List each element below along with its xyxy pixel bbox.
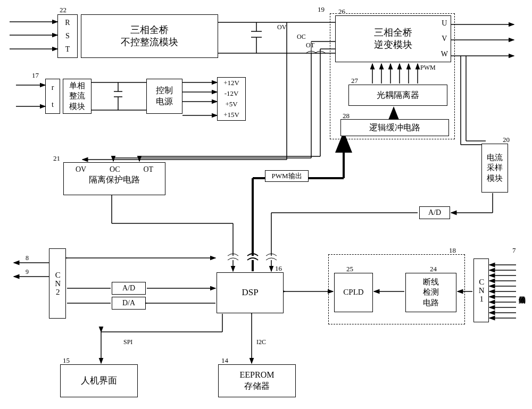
cn2-connector: CN2	[49, 248, 66, 319]
ad-converter-2: A/D	[112, 282, 146, 295]
ot-label: OT	[306, 41, 314, 49]
da-converter: D/A	[112, 297, 146, 310]
label-22: 22	[60, 6, 66, 14]
rectifier-module: 三相全桥 不控整流模块	[81, 14, 218, 58]
current-sampling: 电流 采样 模块	[481, 144, 508, 193]
optocoupler: 光耦隔离器	[348, 85, 447, 106]
rst-pin-block: R S T	[57, 14, 78, 58]
inverter-module: UVW 三相全桥 逆变模块	[335, 15, 451, 62]
single-phase-rect: 单相 整流 模块	[63, 79, 92, 114]
label-26: 26	[338, 7, 345, 16]
rt-pin-block: rt	[45, 79, 60, 114]
logic-buffer: 逻辑缓冲电路	[340, 119, 449, 136]
cn1-connector: CN1	[473, 258, 489, 322]
label-14: 14	[221, 356, 228, 365]
control-power: 控制 电源	[146, 79, 182, 114]
pwm-label: PWM	[420, 64, 436, 72]
pin-t: T	[65, 45, 70, 54]
label-15: 15	[63, 356, 70, 365]
isolation-protect: OVOCOT 隔离保护电路	[63, 162, 165, 195]
label-21: 21	[53, 154, 60, 163]
label-25: 25	[346, 265, 353, 273]
pin-s: S	[65, 31, 70, 41]
line-8: 8	[26, 254, 29, 262]
ov-label: OV	[277, 23, 286, 31]
ad-converter-1: A/D	[419, 206, 450, 219]
cpld-block: CPLD	[334, 273, 373, 312]
pwm-output-label: PWM输出	[265, 170, 309, 182]
hmi-block: 人机界面	[60, 364, 138, 397]
label-7: 7	[512, 246, 516, 255]
dsp-block: DSP	[217, 272, 284, 313]
pin-r: R	[65, 18, 70, 28]
label-20: 20	[503, 136, 510, 144]
oc-label: OC	[297, 33, 306, 41]
disconnect-detect: 断线 检测 电路	[405, 273, 456, 312]
label-18: 18	[449, 246, 456, 255]
voltage-outputs: +12V -12V +5V +15V	[217, 77, 246, 121]
line-9: 9	[26, 268, 29, 276]
label-24: 24	[430, 265, 437, 273]
label-17: 17	[32, 71, 39, 80]
spi-label: SPI	[123, 338, 132, 346]
eeprom-block: EEPROM 存储器	[218, 364, 296, 397]
label-27: 27	[351, 77, 358, 85]
label-16: 16	[275, 264, 282, 273]
label-19: 19	[318, 5, 325, 14]
encoder-signal-label: 编码器信号输入	[516, 255, 528, 327]
i2c-label: I2C	[256, 338, 266, 346]
